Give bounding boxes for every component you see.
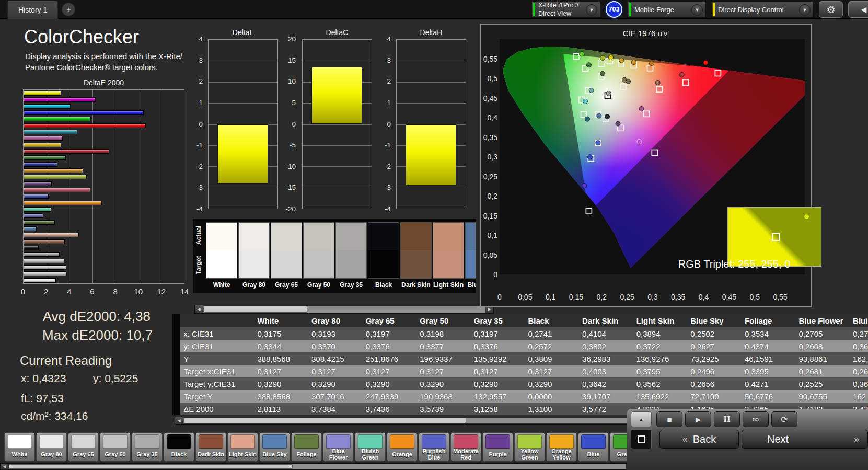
table-cell: 0,0000 bbox=[524, 390, 578, 403]
top-bar: History 1 + X-Rite i1Pro 3Direct View ▼ … bbox=[0, 0, 868, 19]
pattern-button-black[interactable]: Black bbox=[164, 432, 194, 462]
refresh-button[interactable]: ⟳ bbox=[771, 411, 797, 427]
meter-dropdown[interactable]: X-Rite i1Pro 3Direct View ▼ bbox=[531, 1, 600, 18]
pattern-button-yellow-green[interactable]: Yellow Green bbox=[514, 432, 545, 462]
pattern-button-gray-80[interactable]: Gray 80 bbox=[36, 432, 67, 462]
pattern-button-dark-skin[interactable]: Dark Skin bbox=[195, 432, 226, 462]
pattern-swatch bbox=[422, 434, 446, 449]
scroll-left-button[interactable]: ◀ bbox=[195, 305, 203, 313]
scrollbar-track[interactable] bbox=[9, 464, 626, 469]
patch-gray-50: Gray 50 bbox=[303, 222, 334, 289]
table-cell: 0,3809 bbox=[524, 352, 578, 365]
table-row-y: Y388,8568308,4215251,8676196,9337135,929… bbox=[172, 352, 868, 365]
table-cell: 3,5739 bbox=[416, 403, 470, 415]
patch-white: White bbox=[206, 222, 237, 289]
scrollbar-thumb[interactable] bbox=[183, 418, 466, 423]
display-control-dropdown[interactable]: Direct Display Control ▼ bbox=[711, 1, 814, 18]
table-cell: 0,2738 bbox=[849, 327, 868, 340]
table-header-row: WhiteGray 80Gray 65Gray 50Gray 35BlackDa… bbox=[172, 314, 868, 327]
pattern-button-moderate-red[interactable]: Moderate Red bbox=[450, 432, 481, 462]
source-dropdown[interactable]: Mobile Forge ▼ bbox=[628, 1, 706, 18]
h-button[interactable]: H bbox=[714, 411, 740, 427]
target-row-label: Target bbox=[195, 250, 204, 280]
gridline bbox=[209, 188, 277, 188]
pattern-button-white[interactable]: White bbox=[4, 432, 35, 462]
calman-app: History 1 + X-Rite i1Pro 3Direct View ▼ … bbox=[0, 0, 868, 470]
deltae-bar-cyan bbox=[24, 130, 77, 134]
add-tab-button[interactable]: + bbox=[62, 3, 75, 16]
pattern-button-gray-50[interactable]: Gray 50 bbox=[100, 432, 131, 462]
settings-button[interactable]: ⚙ bbox=[819, 1, 843, 18]
table-cell: 0,3290 bbox=[253, 377, 308, 390]
pattern-button-purplish-blue[interactable]: Purplish Blue bbox=[419, 432, 449, 462]
table-row-y-cie31: y: CIE310,33440,33700,33760,33770,33760,… bbox=[172, 340, 868, 352]
table-cell: 196,9337 bbox=[416, 352, 470, 365]
pattern-swatch bbox=[581, 434, 606, 449]
pattern-swatch bbox=[517, 434, 542, 449]
scrollbar-track[interactable] bbox=[203, 306, 485, 313]
next-button[interactable]: Next » bbox=[742, 430, 868, 449]
back-chevron-icon: « bbox=[682, 434, 688, 445]
deltae-bar-red bbox=[24, 149, 109, 154]
scroll-left-button[interactable]: ◀ bbox=[175, 417, 183, 424]
pattern-button-row: WhiteGray 80Gray 65Gray 50Gray 35BlackDa… bbox=[4, 432, 641, 462]
pattern-button-gray-35[interactable]: Gray 35 bbox=[132, 432, 163, 462]
pattern-button-bluish-green[interactable]: Bluish Green bbox=[355, 432, 386, 462]
patch-swatch bbox=[433, 222, 464, 279]
current-reading-label: Current Reading bbox=[20, 353, 112, 368]
pattern-button-blue[interactable]: Blue bbox=[578, 432, 609, 462]
axis-tick-label: -15 bbox=[280, 184, 296, 191]
tab-history-1[interactable]: History 1 bbox=[7, 1, 58, 19]
next-chevron-icon: » bbox=[854, 434, 859, 445]
gridline bbox=[397, 61, 466, 61]
cie-measured-point bbox=[606, 91, 611, 96]
pattern-button-gray-65[interactable]: Gray 65 bbox=[68, 432, 99, 462]
table-cell: 0,3795 bbox=[633, 365, 687, 377]
column-header-bluish-green: Bluish Green bbox=[849, 314, 868, 327]
link-button[interactable]: ∞ bbox=[743, 411, 769, 427]
left-arrow-icon: ◀ bbox=[861, 5, 867, 14]
stop-icon: ■ bbox=[667, 415, 672, 424]
scrollbar-thumb[interactable] bbox=[9, 464, 293, 469]
table-cell: 132,9557 bbox=[470, 390, 525, 403]
pattern-swatch bbox=[39, 434, 64, 449]
axis-tick-label: 0,15 bbox=[564, 293, 587, 301]
table-cell: 0,3344 bbox=[253, 340, 308, 352]
deltae-bar-green bbox=[24, 155, 66, 160]
table-cell: 0,3370 bbox=[308, 340, 362, 352]
patch-swatch bbox=[368, 222, 399, 279]
pattern-button-purple[interactable]: Purple bbox=[482, 432, 513, 462]
cie-measured-point bbox=[605, 114, 609, 119]
patch-swatch bbox=[206, 222, 237, 279]
chevron-down-icon: ▼ bbox=[691, 4, 703, 16]
gridline bbox=[209, 82, 277, 83]
gridline bbox=[92, 90, 93, 283]
play-icon: ▶ bbox=[696, 416, 701, 423]
table-cell: 0,3376 bbox=[362, 340, 416, 352]
pattern-swatch bbox=[454, 434, 478, 449]
table-cell: 0,3290 bbox=[470, 377, 525, 390]
max-de2000: Max dE2000: 10,7 bbox=[10, 327, 153, 343]
pattern-button-blue-sky[interactable]: Blue Sky bbox=[259, 432, 290, 462]
pattern-button-orange[interactable]: Orange bbox=[387, 432, 418, 462]
collapse-button[interactable]: ◀ bbox=[848, 1, 868, 18]
pattern-button-blue-flower[interactable]: Blue Flower bbox=[323, 432, 354, 462]
back-button[interactable]: « Back bbox=[659, 430, 739, 449]
deltae-bar-blue bbox=[24, 162, 57, 167]
up-button[interactable]: ▲ bbox=[631, 411, 652, 427]
cie-measured-point bbox=[608, 55, 613, 60]
pattern-button-orange-yellow[interactable]: Orange Yellow bbox=[546, 432, 577, 462]
play-button[interactable]: ▶ bbox=[685, 411, 711, 427]
stop-button[interactable]: ■ bbox=[656, 411, 682, 427]
pattern-scrollbar[interactable]: ◀ bbox=[0, 463, 627, 470]
pattern-window-button[interactable] bbox=[631, 429, 652, 449]
patch-swatch bbox=[271, 222, 302, 279]
deltae-bar-magenta-sat bbox=[24, 97, 96, 102]
scrollbar-thumb[interactable] bbox=[203, 306, 307, 313]
table-cell: 0,2656 bbox=[687, 377, 741, 390]
cie-chart-title: CIE 1976 u'v' bbox=[481, 29, 811, 38]
scroll-left-button[interactable]: ◀ bbox=[1, 464, 8, 469]
pattern-button-light-skin[interactable]: Light Skin bbox=[227, 432, 258, 462]
strip-scrollbar[interactable]: ◀ ▶ bbox=[194, 305, 494, 314]
pattern-button-foliage[interactable]: Foliage bbox=[291, 432, 322, 462]
